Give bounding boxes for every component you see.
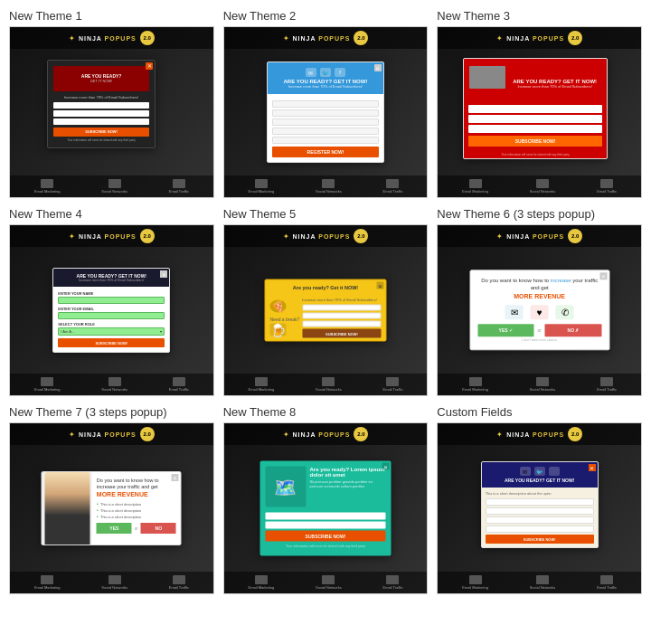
theme-item-5[interactable]: New Theme 5 ✦ NINJA POPUPS 2.0 ✕ Are you… bbox=[223, 207, 429, 396]
popup-t3-btn[interactable]: SUBSCRIBE NOW! bbox=[468, 136, 602, 147]
popup-t4-btn[interactable]: SUBSCRIBE NOW! bbox=[58, 338, 165, 347]
popup-cf-field3[interactable] bbox=[486, 516, 594, 524]
popup-t6-icons: ✉ ♥ ✆ bbox=[477, 306, 601, 320]
theme-6-preview[interactable]: ✦ NINJA POPUPS 2.0 ✕ Do you want to know… bbox=[437, 224, 642, 396]
theme-8-label: New Theme 8 bbox=[223, 405, 429, 419]
popup-cf-btn[interactable]: SUBSCRIBE NOW! bbox=[486, 535, 594, 544]
theme-item-4[interactable]: New Theme 4 ✦ NINJA POPUPS 2.0 ✕ ARE YOU… bbox=[9, 207, 214, 396]
ninja-title: NINJA POPUPS bbox=[79, 35, 137, 42]
popup-t5-btn[interactable]: SUBSCRIBE NOW! bbox=[302, 329, 381, 338]
no-button-t6[interactable]: NO ✗ bbox=[545, 325, 601, 337]
ninja-header-6: ✦ NINJA POPUPS 2.0 bbox=[438, 225, 641, 247]
popup-t1-field1[interactable] bbox=[53, 102, 149, 109]
or-separator-t7: or bbox=[135, 523, 138, 534]
bg-bottom-7: Email Marketing Social Networks Email Tr… bbox=[10, 572, 213, 593]
popup-t8-field2[interactable] bbox=[265, 522, 385, 529]
close-icon-t6[interactable]: ✕ bbox=[599, 272, 607, 279]
popup-t7-person-area bbox=[42, 472, 92, 545]
yes-button-t6[interactable]: YES ✓ bbox=[477, 325, 533, 337]
popup-t3-header: ARE YOU READY? GET IT NOW! Increase more… bbox=[464, 59, 607, 99]
bg-bottom-2: Email Marketing Social Networks Email Tr… bbox=[224, 175, 428, 197]
popup-t5-body: 🍕 Need a break? 🍺 Increase more than 70%… bbox=[265, 295, 385, 341]
theme-2-preview[interactable]: ✦ NINJA POPUPS 2.0 ✕ ✉ 🐦 f ARE YOU READY… bbox=[223, 26, 429, 198]
popup-t6-footer: I don't want more visitors bbox=[477, 339, 601, 343]
popup-t5-field3[interactable] bbox=[302, 321, 381, 327]
popup-t2-field5[interactable] bbox=[272, 137, 379, 144]
close-icon-t2[interactable]: ✕ bbox=[374, 64, 382, 71]
popup-t8-text: Are you ready? Lorem ipsum dolor sit ame… bbox=[309, 467, 385, 488]
close-icon-t5[interactable]: ✕ bbox=[376, 282, 383, 289]
close-icon-cf[interactable]: ✕ bbox=[589, 464, 596, 471]
bg-bottom-1: Email Marketing Social Networks Email Tr… bbox=[10, 175, 213, 197]
theme-item-8[interactable]: New Theme 8 ✦ NINJA POPUPS 2.0 ✕ 🗺️ Are … bbox=[223, 405, 429, 594]
theme-item-6[interactable]: New Theme 6 (3 steps popup) ✦ NINJA POPU… bbox=[437, 207, 642, 396]
popup-cf-field4[interactable] bbox=[486, 526, 594, 533]
popup-t2-field4[interactable] bbox=[272, 128, 379, 135]
theme-7-label: New Theme 7 (3 steps popup) bbox=[9, 405, 214, 419]
ninja-header-8: ✦ NINJA POPUPS 2.0 bbox=[224, 423, 428, 445]
popup-t8-header: 🗺️ Are you ready? Lorem ipsum dolor sit … bbox=[259, 461, 391, 513]
close-icon-t4[interactable]: ✕ bbox=[160, 270, 167, 278]
yes-button-t7[interactable]: YES bbox=[97, 523, 132, 534]
popup-cf-icons: ✉ 🐦 f bbox=[486, 467, 593, 476]
bg-bottom-4: Email Marketing Social Networks Email Tr… bbox=[10, 374, 213, 395]
ninja-header-3: ✦ NINJA POPUPS 2.0 bbox=[438, 27, 641, 49]
popup-t8: ✕ 🗺️ Are you ready? Lorem ipsum dolor si… bbox=[259, 461, 391, 556]
bg-bottom-3: Email Marketing Social Networks Email Tr… bbox=[438, 175, 641, 197]
popup-cf-title: ARE YOU READY? GET IT NOW! bbox=[486, 478, 593, 483]
heart-icon-t6: ♥ bbox=[531, 306, 549, 320]
theme-item-custom[interactable]: Custom Fields ✦ NINJA POPUPS 2.0 ✕ ✉ 🐦 f bbox=[437, 405, 642, 594]
popup-t5-field1[interactable] bbox=[302, 305, 381, 311]
popup-t1-btn[interactable]: SUBSCRIBE NOW! bbox=[53, 128, 149, 137]
popup-cf-body: This is a short description about the op… bbox=[482, 488, 598, 547]
theme-8-preview[interactable]: ✦ NINJA POPUPS 2.0 ✕ 🗺️ Are you ready? L… bbox=[223, 422, 429, 594]
popup-t1-header: ARE YOU READY? GET IT NOW! bbox=[53, 66, 149, 91]
revenue-label-t7: MORE REVENUE bbox=[97, 490, 176, 498]
popup-t3-body: SUBSCRIBE NOW! bbox=[464, 99, 607, 151]
popup-t3-field3[interactable] bbox=[468, 125, 602, 133]
popup-t2-btn[interactable]: REGISTER NOW! bbox=[272, 147, 379, 157]
popup-t1-field3[interactable] bbox=[53, 118, 149, 125]
popup-t2-header: ✉ 🐦 f ARE YOU READY? GET IT NOW! Increas… bbox=[268, 62, 383, 94]
popup-t4-select[interactable]: I Am A... ▾ bbox=[58, 327, 165, 336]
popup-t4-body: ENTER YOUR NAME ENTER YOUR EMAIL SELECT … bbox=[53, 287, 169, 352]
ninja-header-4: ✦ NINJA POPUPS 2.0 bbox=[10, 225, 213, 247]
popup-cf-field2[interactable] bbox=[486, 507, 594, 515]
popup-t4-name[interactable] bbox=[58, 297, 165, 304]
close-icon-t1[interactable]: ✕ bbox=[146, 62, 153, 70]
popup-t2-field3[interactable] bbox=[272, 118, 379, 126]
popup-t7: ✕ Do you want to know how to increase yo… bbox=[42, 471, 182, 545]
bg-bottom-6: Email Marketing Social Networks Email Tr… bbox=[438, 374, 641, 395]
popup-t8-btn[interactable]: SUBSCRIBE NOW! bbox=[265, 531, 385, 542]
popup-t2-field1[interactable] bbox=[272, 100, 379, 108]
theme-7-preview[interactable]: ✦ NINJA POPUPS 2.0 ✕ Do you want to know… bbox=[9, 422, 214, 594]
theme-5-preview[interactable]: ✦ NINJA POPUPS 2.0 ✕ Are you ready? Get … bbox=[223, 224, 429, 396]
popup-t8-field1[interactable] bbox=[265, 513, 385, 520]
popup-t2-field2[interactable] bbox=[272, 109, 379, 117]
popup-t8-form: SUBSCRIBE NOW! Your information will nev… bbox=[259, 513, 391, 556]
theme-3-preview[interactable]: ✦ NINJA POPUPS 2.0 ARE YOU READY? GET IT… bbox=[437, 26, 642, 198]
popup-t5-icons: 🍕 Need a break? 🍺 bbox=[269, 299, 299, 336]
theme-4-preview[interactable]: ✦ NINJA POPUPS 2.0 ✕ ARE YOU READY? GET … bbox=[9, 224, 214, 396]
popup-cf-field1[interactable] bbox=[486, 498, 594, 506]
popup-t1-sub: GET IT NOW! bbox=[90, 79, 113, 83]
close-icon-t8[interactable]: ✕ bbox=[382, 463, 389, 470]
theme-item-1[interactable]: New Theme 1 ✦ NINJA POPUPS 2.0 ✕ ARE YOU… bbox=[9, 9, 214, 198]
popup-t4: ✕ ARE YOU READY? GET IT NOW! Increase mo… bbox=[52, 268, 170, 353]
close-icon-t7[interactable]: ✕ bbox=[172, 474, 179, 481]
popup-t5-header: Are you ready? Get it NOW! bbox=[265, 280, 385, 295]
ninja-header-cf: ✦ NINJA POPUPS 2.0 bbox=[438, 423, 641, 445]
popup-t5-field2[interactable] bbox=[302, 313, 381, 319]
popup-t3-field2[interactable] bbox=[468, 115, 602, 123]
no-button-t7[interactable]: NO bbox=[141, 523, 176, 534]
theme-item-7[interactable]: New Theme 7 (3 steps popup) ✦ NINJA POPU… bbox=[9, 405, 214, 594]
popup-t1-field2[interactable] bbox=[53, 110, 149, 117]
popup-t4-email[interactable] bbox=[58, 312, 165, 319]
theme-item-2[interactable]: New Theme 2 ✦ NINJA POPUPS 2.0 ✕ ✉ 🐦 f A bbox=[223, 9, 429, 198]
theme-1-preview[interactable]: ✦ NINJA POPUPS 2.0 ✕ ARE YOU READY? GET … bbox=[9, 26, 214, 198]
popup-t6-title: Do you want to know how to increase your… bbox=[477, 278, 601, 300]
theme-custom-preview[interactable]: ✦ NINJA POPUPS 2.0 ✕ ✉ 🐦 f ARE YOU READY… bbox=[437, 422, 642, 594]
popup-t3-field1[interactable] bbox=[468, 105, 602, 113]
map-icon-t8: 🗺️ bbox=[265, 467, 306, 507]
theme-item-3[interactable]: New Theme 3 ✦ NINJA POPUPS 2.0 ARE YOU R… bbox=[437, 9, 642, 198]
